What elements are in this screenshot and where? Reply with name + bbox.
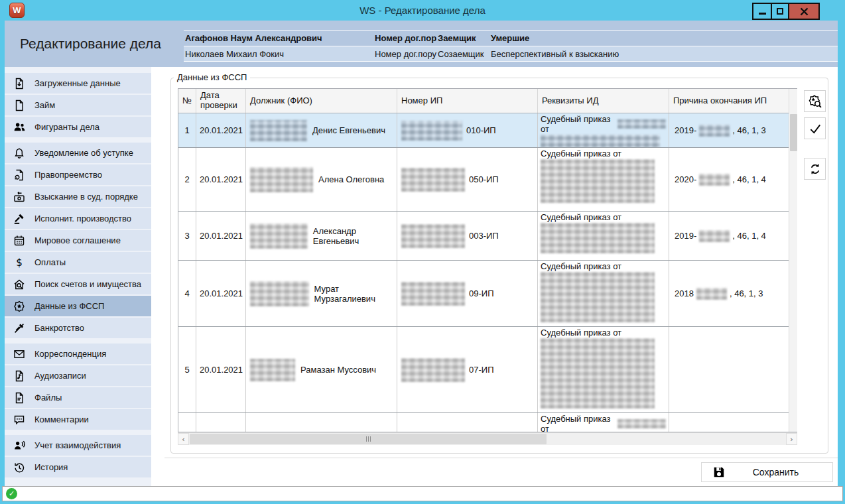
redacted-block (541, 272, 655, 322)
coborrower-contract: Номер дог.пору (375, 49, 438, 59)
horizontal-scroll-track[interactable] (189, 433, 786, 445)
cell-debtor: Алена Олеговна (246, 148, 397, 211)
coborrower-name: Николаев Михаил Фокич (184, 49, 375, 59)
sidebar-item-settlement[interactable]: Мировое соглашение (5, 230, 151, 251)
vertical-scroll-thumb[interactable] (790, 114, 797, 151)
sidebar-item-case-persons[interactable]: Фигуранты дела (5, 117, 151, 137)
refresh-button[interactable] (804, 158, 826, 180)
cell-requisites: Судебный приказ от (538, 113, 669, 147)
reason-prefix: 2019- (675, 125, 696, 135)
table-row[interactable]: 2 20.01.2021 Алена Олеговна 050-ИП Судеб… (178, 148, 797, 212)
sidebar-item-enforcement[interactable]: Исполнит. производство (5, 208, 151, 229)
redacted-block (250, 167, 313, 192)
table-row[interactable]: 1 20.01.2021 Денис Евгеньевич 010-ИП Суд… (178, 113, 797, 148)
cell-requisites: Судебный приказ от (538, 261, 669, 326)
requisites-text: Судебный приказ от (541, 212, 621, 222)
sidebar-item-fssp-data[interactable]: Данные из ФССП (5, 296, 151, 316)
close-button[interactable] (788, 4, 818, 19)
sidebar-item-asset-search[interactable]: Поиск счетов и имущества (5, 274, 151, 294)
sidebar-item-label: Комментарии (34, 414, 89, 424)
sidebar-item-succession[interactable]: Правопреемство (5, 164, 151, 185)
borrower-contract: Номер дог.пор (375, 33, 438, 43)
scroll-left-arrow[interactable]: ‹ (178, 433, 189, 445)
cell-num: 5 (178, 327, 196, 412)
col-header-requisites[interactable]: Реквизиты ИД (538, 89, 669, 113)
cell-date: 20.01.2021 (196, 148, 246, 211)
table-tools (804, 90, 826, 180)
scroll-right-arrow[interactable]: › (786, 433, 797, 445)
table-vertical-scrollbar[interactable] (789, 89, 797, 432)
col-header-ip-number[interactable]: Номер ИП (397, 89, 538, 113)
groupbox-title: Данные из ФССП (174, 72, 250, 82)
sidebar-item-label: Корреспонденция (34, 349, 106, 359)
save-button[interactable]: Сохранить (701, 462, 833, 482)
reason-suffix: , 46, 1, 4 (732, 174, 766, 184)
debtor-name: Мурат Мурзагалиевич (314, 284, 397, 304)
calendar-icon (13, 234, 26, 247)
col-header-debtor[interactable]: Должник (ФИО) (246, 89, 397, 113)
sidebar-item-loaded-data[interactable]: Загруженные данные (5, 73, 151, 94)
redacted-block (401, 168, 465, 192)
borrower-role: Заемщик (438, 33, 491, 43)
confirm-button[interactable] (804, 117, 826, 139)
sidebar-item-comments[interactable]: Комментарии (5, 409, 151, 430)
requisites-text: Судебный приказ от (541, 328, 621, 338)
ip-number: 010-ИП (466, 125, 496, 135)
col-header-end-reason[interactable]: Причина окончания ИП (669, 89, 797, 113)
case-info-row-borrower: Агафонов Наум Александрович Номер дог.по… (184, 30, 838, 46)
sidebar-item-payments[interactable]: $ Оплаты (5, 252, 151, 273)
sidebar-group-1: Загруженные данные Займ Фигуранты дела (5, 73, 151, 137)
refresh-icon (809, 162, 822, 176)
reason-suffix: , 46, 1, 3 (732, 125, 766, 135)
sidebar-item-history[interactable]: История (5, 457, 151, 477)
comment-icon (13, 413, 26, 426)
sidebar-item-label: Поиск счетов и имущества (34, 279, 141, 289)
minimize-button[interactable] (753, 4, 771, 19)
debtor-name: Александр Евгеньевич (313, 226, 397, 246)
sidebar-item-label: История (34, 462, 68, 472)
fssp-search-button[interactable] (804, 90, 826, 112)
sidebar-item-audio-records[interactable]: Аудиозаписи (5, 365, 151, 386)
close-icon (800, 7, 809, 16)
status-bar: ✓ (2, 486, 843, 501)
sidebar-item-files[interactable]: Файлы (5, 387, 151, 408)
case-info-row-coborrower: Николаев Михаил Фокич Номер дог.пору Соз… (184, 46, 838, 62)
redacted-block (618, 419, 666, 428)
cell-date: 20.01.2021 (196, 212, 246, 260)
table-row[interactable]: 5 20.01.2021 Рамазан Муссович 07-ИП Суде… (178, 327, 797, 413)
scroll-grip-icon (368, 436, 369, 442)
redacted-block (541, 135, 660, 147)
horizontal-scroll-thumb[interactable] (190, 434, 547, 444)
table-row[interactable]: Судебный приказ от (178, 413, 797, 432)
case-info-table: Агафонов Наум Александрович Номер дог.по… (184, 30, 838, 62)
page-title: Редактирование дела (20, 21, 161, 67)
col-header-num[interactable]: № (178, 89, 196, 113)
table-row[interactable]: 4 20.01.2021 Мурат Мурзагалиевич 09-ИП С… (178, 261, 797, 327)
redacted-block (401, 358, 465, 382)
sidebar-item-loan[interactable]: Займ (5, 95, 151, 115)
table-row[interactable]: 3 20.01.2021 Александр Евгеньевич 003-ИП… (178, 212, 797, 261)
maximize-button[interactable] (771, 4, 788, 19)
audio-file-icon (13, 369, 26, 383)
debtor-name: Алена Олеговна (318, 174, 384, 184)
file-icon (13, 99, 26, 112)
sidebar-item-label: Правопреемство (34, 170, 102, 180)
sidebar-item-interaction-log[interactable]: Учет взаимодействия (5, 435, 151, 456)
redacted-block (250, 223, 308, 249)
sidebar-item-bankruptcy[interactable]: Банкротство (5, 318, 151, 338)
scroll-grip-icon (370, 436, 371, 442)
col-header-check-date[interactable]: Дата проверки (196, 89, 246, 113)
main-area: Данные из ФССП № Дата проверки Должник (… (151, 67, 838, 486)
sidebar-item-cession-notice[interactable]: Уведомление об уступке (5, 143, 151, 163)
cell-date (196, 413, 246, 432)
badge-star-icon (13, 300, 26, 313)
reason-suffix: , 46, 1, 3 (730, 288, 763, 298)
ip-number: 07-ИП (469, 365, 493, 375)
table-horizontal-scrollbar[interactable]: ‹ › (178, 432, 797, 445)
table-header-row: № Дата проверки Должник (ФИО) Номер ИП Р… (178, 89, 797, 113)
envelope-icon (13, 347, 26, 361)
sidebar-item-correspondence[interactable]: Корреспонденция (5, 344, 151, 364)
sidebar-item-label: Мировое соглашение (34, 235, 121, 245)
gavel-slash-icon (13, 322, 26, 335)
sidebar-item-court-collection[interactable]: Взыскание в суд. порядке (5, 186, 151, 207)
